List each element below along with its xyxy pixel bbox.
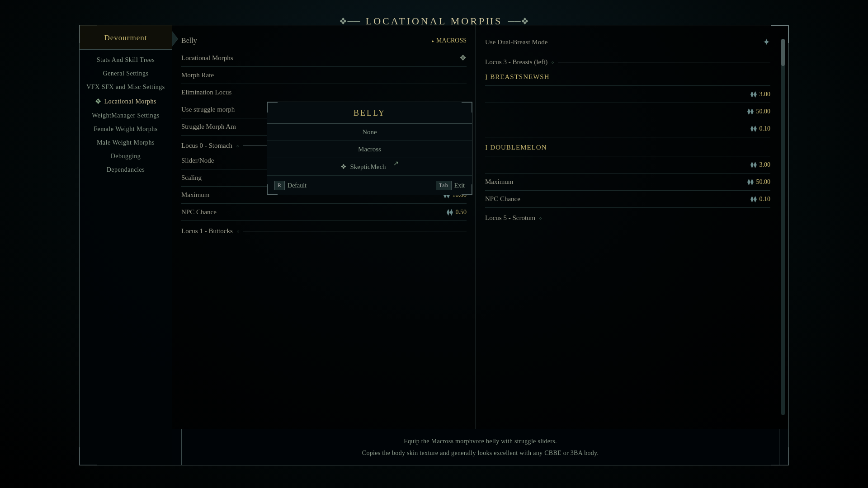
breastsnewsh-val1-row: ⧫⧫ 3.00 [485,86,770,103]
skepticmech-label: SkepticMech [350,163,386,171]
columns: Belly ▸ MACROSS Locational Morphs ❖ Morp… [172,25,788,429]
struggle-morph-am-label: Struggle Morph Am [181,123,236,131]
infinity-icon-mr: ⧫⧫ [747,178,754,186]
dd-corner-tl [267,102,278,113]
doublemelon-icon: I [485,144,487,152]
sidebar-item-general-settings[interactable]: General Settings [80,67,172,80]
breastsnewsh-val3[interactable]: ⧫⧫ 0.10 [750,125,771,132]
belly-dropdown: BELLY None Macross ❖ SkepticMech ↗ R Def… [267,102,472,195]
breastsnewsh-header-row: I BREASTSNEWSH [485,69,770,86]
exit-key: Tab [436,181,452,190]
npc-chance-left-value-text: 0.50 [456,209,467,216]
doublemelon-val4[interactable]: ⧫⧫ 3.00 [750,161,771,169]
sidebar-item-stats-skill-trees[interactable]: Stats And Skill Trees [80,53,172,67]
belly-value-text: MACROSS [436,37,467,44]
locus1-label: Locus 1 - Buttocks [181,227,233,235]
locational-morphs-label: Locational Morphs [181,54,233,62]
locational-morphs-icon: ❖ [95,97,102,106]
dropdown-title: BELLY [267,102,472,124]
sidebar-item-male-weight-morphs[interactable]: Male Weight Morphs [80,136,172,150]
sidebar-item-dependancies[interactable]: Dependancies [80,163,172,177]
slider-node-label: Slider/Node [181,157,214,164]
scrollbar[interactable] [781,39,785,415]
status-bar: Equip the Macross morphvore belly with s… [172,429,788,465]
locus1-header: Locus 1 - Buttocks ⬦ [181,223,467,238]
locus1-line [243,231,467,231]
breastsnewsh-val1[interactable]: ⧫⧫ 3.00 [750,90,771,98]
dd-corner-bl [267,184,278,195]
locus5-header: Locus 5 - Scrotum ⬦ [485,210,770,225]
locus3-deco: ⬦ [551,59,554,66]
locational-morphs-value[interactable]: ❖ [459,53,467,63]
use-dual-breast-label: Use Dual-Breast Mode [485,38,547,46]
breastsnewsh-val2-row: ⧫⧫ 50.00 [485,103,770,120]
dropdown-item-macross[interactable]: Macross [267,141,472,158]
default-label: Default [288,182,307,189]
locus1-deco: ⬦ [236,228,240,235]
doublemelon-val4-row: ⧫⧫ 3.00 [485,156,770,174]
left-column: Belly ▸ MACROSS Locational Morphs ❖ Morp… [172,25,476,429]
infinity-icon-b3: ⧫⧫ [750,125,757,132]
npc-chance-right-label: NPC Chance [485,195,520,203]
scaling-label: Scaling [181,174,202,182]
infinity-icon-b1: ⧫⧫ [750,90,757,98]
dropdown-item-skepticmech[interactable]: ❖ SkepticMech ↗ [267,158,472,176]
infinity-icon-nr: ⧫⧫ [750,195,757,203]
dropdown-exit-btn[interactable]: Tab Exit [436,181,465,190]
infinity-icon-b2: ⧫⧫ [747,108,754,115]
locus3-label: Locus 3 - Breasts (left) [485,58,547,66]
belly-value[interactable]: ▸ MACROSS [432,37,467,44]
sidebar: Devourment Stats And Skill Trees General… [80,25,172,465]
elimination-locus-row: Elimination Locus [181,84,467,101]
cross-icon-dual: ✦ [763,37,770,47]
sidebar-nav: Stats And Skill Trees General Settings V… [80,50,172,177]
main-content: Belly ▸ MACROSS Locational Morphs ❖ Morp… [172,25,788,429]
skepticmech-icon: ❖ [340,163,346,171]
dropdown-item-none[interactable]: None [267,124,472,141]
sidebar-item-female-weight-morphs[interactable]: Female Weight Morphs [80,122,172,136]
status-line2: Copies the body skin texture and general… [362,447,599,459]
sidebar-item-weight-manager[interactable]: WeightManager Settings [80,109,172,122]
sidebar-item-vfx-sfx-misc[interactable]: VFX SFX and Misc Settings [80,80,172,94]
maximum-left-label: Maximum [181,191,210,199]
scrollbar-thumb[interactable] [781,39,785,66]
breastsnewsh-val3-row: ⧫⧫ 0.10 [485,120,770,137]
npc-chance-right-row: NPC Chance ⧫⧫ 0.10 [485,191,770,208]
sidebar-title: Devourment [80,25,172,50]
breastsnewsh-val2[interactable]: ⧫⧫ 50.00 [747,108,771,115]
infinity-icon-npc: ⧫⧫ [447,208,453,216]
doublemelon-header-row: I DOUBLEMELON [485,139,770,156]
use-dual-breast-value[interactable]: ✦ [763,37,770,47]
maximum-right-label: Maximum [485,178,514,186]
belly-row: Belly ▸ MACROSS [181,32,467,49]
dd-corner-tr [462,102,472,113]
status-line1: Equip the Macross morphvore belly with s… [362,436,599,447]
locus3-line [558,62,770,62]
use-dual-breast-row: Use Dual-Breast Mode ✦ [485,32,770,52]
cursor-pointer: ↗ [393,159,399,167]
maximum-right-value[interactable]: ⧫⧫ 50.00 [747,178,771,186]
npc-chance-left-label: NPC Chance [181,208,217,216]
breastsnewsh-label: BREASTSNEWSH [490,73,549,81]
locus5-deco: ⬦ [539,215,542,221]
main-container: ❖── LOCATIONAL MORPHS ──❖ Devourment Sta… [79,25,789,465]
locus5-line [546,218,770,218]
locational-morphs-icon-badge: ❖ [459,53,467,63]
maximum-right-row: Maximum ⧫⧫ 50.00 [485,174,770,191]
locus0-label: Locus 0 - Stomach [181,142,232,150]
morph-rate-row: Morph Rate [181,67,467,84]
breastsnewsh-icon: I [485,73,487,81]
locus5-label: Locus 5 - Scrotum [485,214,535,222]
infinity-icon-dm: ⧫⧫ [750,161,757,169]
sidebar-item-debugging[interactable]: Debugging [80,150,172,163]
npc-chance-left-value[interactable]: ⧫⧫ 0.50 [447,208,467,216]
locus0-deco: ⬦ [236,142,239,149]
dropdown-default-btn[interactable]: R Default [274,181,307,190]
locational-morphs-row: Locational Morphs ❖ [181,49,467,67]
sidebar-item-locational-morphs[interactable]: ❖ Locational Morphs [80,94,172,109]
locus3-header: Locus 3 - Breasts (left) ⬦ [485,54,770,69]
npc-chance-left-row: NPC Chance ⧫⧫ 0.50 [181,204,467,221]
npc-chance-right-value[interactable]: ⧫⧫ 0.10 [750,195,771,203]
right-column: Use Dual-Breast Mode ✦ Locus 3 - Breasts… [476,25,788,429]
elimination-locus-label: Elimination Locus [181,89,231,96]
